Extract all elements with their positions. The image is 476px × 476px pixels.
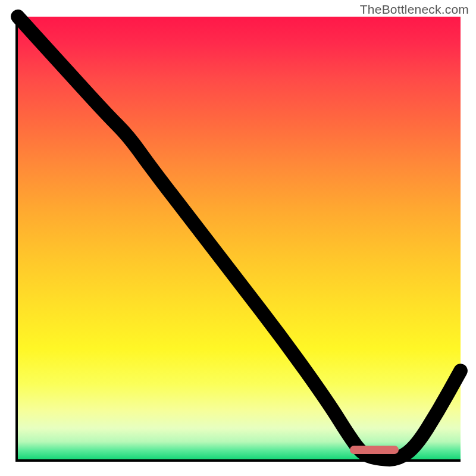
watermark-text: TheBottleneck.com xyxy=(360,2,469,17)
plot-area xyxy=(15,17,461,462)
bottleneck-curve xyxy=(18,17,461,459)
optimal-range-marker xyxy=(350,446,399,454)
curve-svg xyxy=(18,17,461,459)
